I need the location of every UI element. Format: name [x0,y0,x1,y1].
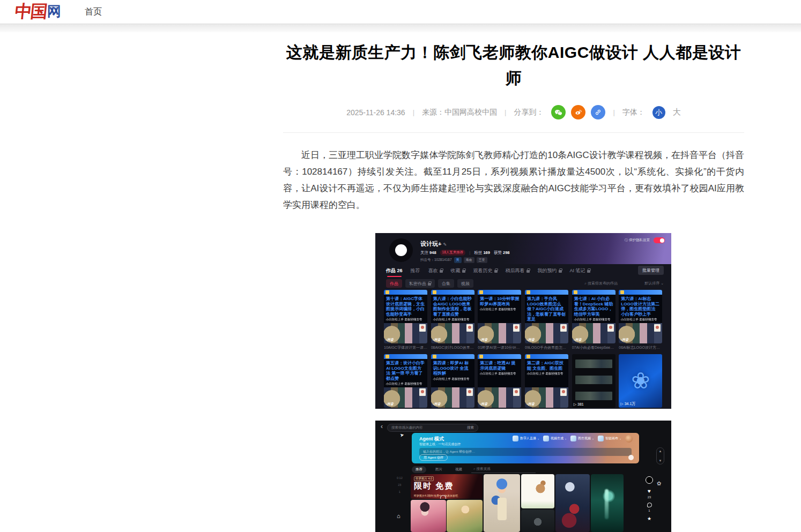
author-avatar[interactable] [646,476,653,484]
thumbnail-banner [384,290,427,295]
meta-separator: | [613,108,614,116]
embedded-image-jimeng-app: ‹ 搜索你感兴趣的内容 搜索 ➤ Agent 模式 智能体上线 · 一句话完成创… [375,421,671,532]
video-thumbnail: 第四课：即梦AI 标识LOGO设计 全流程拆解小白轻松上手 老板秒懂直夸♪抖音 [431,354,474,408]
tab-作品[interactable]: 作品 26 [386,264,403,277]
gallery-image-blonde[interactable] [447,500,483,532]
tab-稍后再看[interactable]: 稍后再看 [506,264,530,277]
filter-作品[interactable]: 作品 [386,279,402,288]
video-subtitle: 小白轻松上手 老板秒懂直夸 [619,317,659,321]
video-thumbnail: 第七课：AI 小白必看！DeepSeek 辅助生成多方案LOGO，绝佳甲方审美小… [572,290,615,343]
douyin-watermark-icon: ♪抖音 [385,338,394,342]
font-big-button[interactable]: 大 [673,107,681,117]
weibo-share-icon[interactable] [571,105,585,119]
logo-cn-text: 中国 [14,1,47,22]
video-title: 第四课：即梦AI 标识LOGO设计 全流程拆解 [431,359,474,377]
video-card[interactable]: 第九课：手办风LOGO效果图怎么做？AIGC小白速成法，老板看了直夸创意足小白轻… [525,290,568,350]
works-filters: 作品私密作品合集视频 [386,279,473,288]
embedded-image-douyin-profile: 设计玩+ ✎ 关注 94818人互关推荐|粉丝 169获赞 298 抖音号：10… [375,233,671,409]
stamp-decal [513,388,520,396]
tab-AI 笔记[interactable]: AI 笔记 [570,264,590,277]
video-caption: 06AI标志LOGO设计方法2弹图生图… [619,345,662,350]
video-card[interactable]: 第三课：吃透AI 提示词底层逻辑小白轻松上手 老板秒懂直夸♪抖音03即梦AIGC… [478,354,521,409]
stat-value: 169 [483,250,490,255]
lock-icon [587,270,590,273]
scroll-control[interactable]: ▲ ▼ [656,447,664,464]
thumbnail-banner [478,290,521,295]
page: 中国 网 首页 这就是新质生产力！陈剑飞老师教你AIGC做设计 人人都是设计师 … [0,0,801,532]
video-card[interactable]: 第二课：AIGC双技能 文生图、图生图小白轻松上手 老板秒懂直夸♪抖音02即梦A… [525,354,568,409]
stamp-decal [466,324,473,332]
wechat-share-icon[interactable] [551,105,566,119]
play-count: ▷ 34.1万 [620,401,635,407]
china-net-logo[interactable]: 中国 网 [15,1,61,22]
favorite-icon[interactable]: ★ [647,516,651,521]
settings-icon[interactable]: ✿ [657,481,661,486]
gallery-image-samurai[interactable] [521,509,554,532]
meta-separator: | [505,108,506,116]
copy-link-share-icon[interactable] [591,105,605,119]
douyin-watermark-icon: ♪抖音 [526,402,535,407]
douyin-watermark-icon: ♪抖音 [479,338,487,342]
filter-合集[interactable]: 合集 [438,279,454,288]
edit-icon: ✎ [443,242,447,247]
home-icon[interactable]: ⌂ [397,513,400,519]
video-thumbnail: 第十课：AIGC字体设计底层逻辑，文生图提示词编排，小白也能秒变高手小白轻松上手… [384,290,427,343]
batch-manage-button[interactable]: 批量管理 [638,266,664,275]
video-card[interactable]: 第五课：设计小白学AI LOGO文生图方法 第一弹 甲方看了都点赞小白轻松上手 … [384,354,427,409]
tab-我的预约[interactable]: 我的预约 [538,264,562,277]
screenshot-strip [575,376,612,384]
works-sort-dropdown[interactable]: 默认排序 ⌄ [644,281,664,286]
video-title: 第三课：吃透AI 提示词底层逻辑 [478,359,521,371]
font-small-button[interactable]: 小 [652,106,665,119]
video-subtitle: 小白轻松上手 老板秒懂直夸 [478,307,518,311]
like-count: 23 [648,496,651,499]
video-card[interactable]: 第八课：小白也能秒会AIGC LOGO效果图制作全流程，老板看了直接点赞小白轻松… [431,290,474,350]
filter-视频[interactable]: 视频 [457,279,473,288]
gallery-image-pink[interactable] [411,500,446,532]
video-card[interactable]: ▷ 381即梦AI文生图提示词玩法 [572,354,615,409]
video-card[interactable]: 第十课：AIGC字体设计底层逻辑，文生图提示词编排，小白也能秒变高手小白轻松上手… [384,290,427,350]
lock-icon [559,270,562,273]
side-mark: 1 [399,490,400,493]
thumbnail-banner [384,354,427,359]
tab-推荐[interactable]: 推荐 [411,264,420,277]
scroll-up-icon[interactable]: ▲ [659,449,662,453]
tab-收藏[interactable]: 收藏 [451,264,465,277]
video-card[interactable]: 第四课：即梦AI 标识LOGO设计 全流程拆解小白轻松上手 老板秒懂直夸♪抖音0… [431,354,474,409]
tab-观看历史[interactable]: 观看历史 [473,264,498,277]
gallery-image-promo[interactable]: 即梦图片 4.0限时 免费即梦图片4.0限时免费中，快来体验吧 [411,474,483,499]
stat-获赞: 获赞 298 [494,250,510,256]
font-size-label: 字体： [622,108,645,117]
mutual-follow-badge: 18人互关推荐 [440,250,466,256]
video-subtitle: 小白轻松上手 老板秒懂直夸 [525,371,565,376]
like-icon[interactable]: ♥ [648,489,651,494]
share-label: 分享到： [514,108,544,117]
works-search-hint[interactable]: ⌕ 搜索你发布的作品 [584,281,618,286]
video-thumbnail: 第五课：设计小白学AI LOGO文生图方法 第一弹 甲方看了都点赞小白轻松上手 … [384,354,427,408]
source: 来源：中国网高校中国 [422,108,497,117]
video-card[interactable]: ❀▷ 34.1万C4D2024/OC渲染器安装教程 Ae4… [619,354,662,409]
nav-home-link[interactable]: 首页 [85,6,102,18]
video-grid: 第十课：AIGC字体设计底层逻辑，文生图提示词编排，小白也能秒变高手小白轻松上手… [384,290,663,409]
article-meta: 2025-11-26 14:36 | 来源：中国网高校中国 | 分享到： | 字… [283,105,744,119]
profile-stats: 关注 94818人互关推荐|粉丝 169获赞 298 [420,250,510,256]
gallery-image-rabbit[interactable] [521,474,554,508]
privacy-toggle[interactable] [654,237,665,243]
stamp-decal [513,324,520,332]
tab-喜欢[interactable]: 喜欢 [428,264,443,277]
gallery-image-peacock[interactable] [591,474,624,532]
avatar[interactable] [389,238,413,262]
thumbnail-banner [431,354,474,359]
site-header: 中国 网 首页 [0,0,801,24]
filter-私密作品[interactable]: 私密作品 [405,279,435,288]
comment-icon[interactable] [647,503,652,507]
video-card[interactable]: 第七课：AI 小白必看！DeepSeek 辅助生成多方案LOGO，绝佳甲方审美小… [572,290,615,350]
video-title: 第七课：AI 小白必看！DeepSeek 辅助生成多方案LOGO，绝佳甲方审美 [572,295,615,317]
video-card[interactable]: 第一课：10分钟掌握 即梦AI界面布局小白轻松上手 老板秒懂直夸♪抖音01即梦A… [478,290,521,350]
video-title: 第九课：手办风LOGO效果图怎么做？AIGC小白速成法，老板看了直夸创意足 [525,295,568,323]
scroll-down-icon[interactable]: ▼ [659,459,662,462]
gallery-image-fantasy[interactable] [555,474,590,532]
video-card[interactable]: 第六课：AI标志LOGO设计方法第二弹，图生图垫图法 小白客户秒上手小白轻松上手… [619,290,662,350]
promo-badge: 即梦图片 4.0 [414,476,434,481]
gallery-image-boy[interactable] [484,474,520,532]
